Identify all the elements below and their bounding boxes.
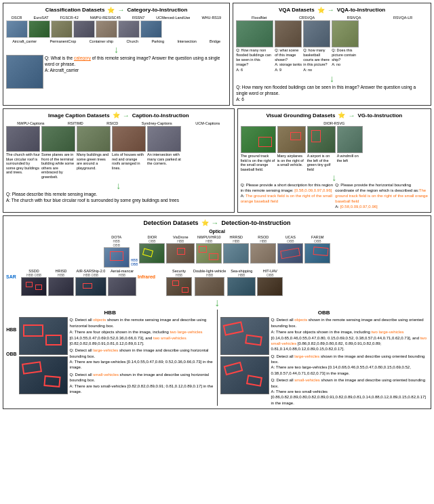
det-thumb-hrrsd bbox=[223, 243, 249, 264]
sar-datasets: SSDD HBB OBB HRISD HBB AIR-SARShip-2.0 H… bbox=[21, 269, 136, 296]
hbb-obb-section: HBB HBB OBB bbox=[6, 310, 428, 406]
infrared-datasets: Security HBB Double-light-vehicle HBB Se… bbox=[166, 269, 283, 296]
obb-q3-highlight: small-vehicles bbox=[294, 378, 320, 382]
det-thumb-visdrone bbox=[166, 243, 195, 264]
cap-thumb-1 bbox=[6, 126, 40, 152]
sub-label-intersection: Intersection bbox=[177, 39, 196, 43]
det-hrisd: HRISD HBB bbox=[48, 269, 74, 296]
caption-bottom-a: A: The church with four blue circular ro… bbox=[6, 198, 179, 203]
vqa-qa-4: Q: Does this picture contain ship? A: no bbox=[332, 48, 359, 68]
det-thumb-hituav bbox=[257, 277, 283, 296]
hbb-q1: Q: Detect all objects shown in the remot… bbox=[70, 317, 214, 329]
hbb-q2: Q: Detect all large-vehicles shown in th… bbox=[70, 348, 214, 359]
obb-q3: Q: Detect all small-vehicles shown in th… bbox=[271, 377, 429, 389]
hbb-labels-col: HBB OBB bbox=[6, 317, 17, 356]
classification-subtitle: Category-to-Instruction bbox=[127, 7, 187, 13]
sub-label-church: Church bbox=[126, 39, 138, 43]
caption-title: Image Caption Datasets bbox=[48, 112, 110, 119]
det-dota: DOTA HBB OBB bbox=[104, 235, 130, 268]
det-thumb-far1m bbox=[304, 243, 330, 264]
cap-label-ucm: UCM-Captions bbox=[195, 121, 220, 125]
obb-big-img-2 bbox=[220, 356, 269, 394]
caption-arrow-down: ↓ bbox=[6, 181, 231, 190]
caption-bottom-q: Q: Please describe this remote sensing i… bbox=[6, 192, 97, 196]
caption-dataset-labels: NWPU-Captions RSITIMD RSICD Syndney-Capt… bbox=[6, 121, 231, 125]
vqa-section: VQA Datasets ⭐ → VQA-to-Instruction Floo… bbox=[233, 3, 431, 106]
obb-q1: Q: Detect all objects shown in the remot… bbox=[271, 317, 429, 329]
vg-item-3: A airport is on the left of the green ti… bbox=[307, 126, 336, 171]
obb-content: Q: Detect all objects shown in the remot… bbox=[220, 317, 429, 406]
vg-thumb-4 bbox=[337, 126, 363, 153]
vqa-label-crsvqa: CRSVQA bbox=[299, 16, 315, 20]
dataset-label-dscr: DSCR bbox=[12, 16, 22, 20]
classification-arrow-down: ↓ bbox=[6, 45, 226, 54]
obb-title: OBB bbox=[220, 310, 429, 316]
cap-caption-3: Many buildings and some green trees are … bbox=[77, 152, 111, 170]
vqa-thumb-3 bbox=[303, 20, 330, 47]
vqa-item-1: Q: How many non flooded buildings can be… bbox=[236, 20, 273, 72]
detection-subtitle: Detection-to-Instruction bbox=[222, 219, 291, 226]
sar-label: SAR bbox=[6, 269, 20, 279]
hbb-a2: A: There are two large-vehicles [0.14,0.… bbox=[70, 359, 214, 371]
top-sections-row: Classification Datasets ⭐ → Category-to-… bbox=[3, 3, 431, 106]
optical-label: Optical bbox=[6, 229, 428, 234]
hbb-a1-h1: two large-vehicles bbox=[170, 330, 203, 334]
classification-result-img bbox=[6, 55, 43, 89]
cap-thumb-5 bbox=[147, 126, 181, 152]
vqa-label-rsvqa: RSIVQA bbox=[347, 16, 361, 20]
sub-label-crop: PermanentCrop bbox=[50, 39, 77, 43]
det-thumb-dior bbox=[139, 243, 165, 264]
thumb-intersection bbox=[118, 20, 140, 38]
obb-a2: A: There are two large-vehicles [0.14,0.… bbox=[271, 364, 429, 376]
detection-arrow-down: ↓ bbox=[6, 297, 428, 308]
hbb-content: HBB OBB bbox=[6, 317, 214, 394]
vqa-q2: Q: what scene of this image shown? bbox=[275, 48, 298, 62]
obb-q1-highlight: objects bbox=[294, 318, 307, 322]
vqa-title: VQA Datasets bbox=[279, 7, 315, 13]
classification-result: Q: What is the category of this remote s… bbox=[6, 55, 226, 89]
thumb-bridge bbox=[140, 20, 162, 38]
detection-header: Detection Datasets ⭐ → Detection-to-Inst… bbox=[6, 219, 428, 227]
hbb-title: HBB bbox=[6, 310, 214, 316]
vqa-q4: Q: Does this picture contain ship? bbox=[332, 48, 356, 62]
cap-item-1: The church with four blue circular roof … bbox=[6, 126, 40, 180]
cap-item-4: Lots of houses with red and orange roofs… bbox=[112, 126, 146, 180]
det-security: Security HBB bbox=[166, 269, 192, 296]
sub-label-parking: Parking bbox=[151, 39, 164, 43]
thumb-container bbox=[51, 20, 73, 38]
det-thumb-rsod bbox=[250, 243, 276, 264]
sub-label-aircraft: Aircraft_carrier bbox=[12, 39, 37, 43]
vg-caption-1: The ground track field is on the right o… bbox=[241, 154, 276, 171]
qa-highlight-category: category bbox=[74, 56, 91, 60]
det-double-light: Double-light-vehicle HBB bbox=[193, 269, 226, 296]
vg-item-2: Many airplanes is on the right of a smal… bbox=[277, 126, 306, 171]
detection-star: ⭐ bbox=[201, 219, 209, 226]
hbb-q1-highlight: objects bbox=[93, 318, 106, 322]
det-thumb-security bbox=[166, 277, 192, 296]
hbb-q3-highlight: small-vehicles bbox=[93, 373, 119, 377]
cap-caption-4: Lots of houses with red and orange roofs… bbox=[112, 152, 146, 170]
vg-title: Visual Grounding Datasets bbox=[266, 112, 335, 119]
vqa-thumb-4 bbox=[332, 20, 359, 47]
hbb-big-img-2 bbox=[19, 356, 68, 394]
vg-section: Visual Grounding Datasets ⭐ → VG-to-Inst… bbox=[237, 108, 431, 213]
det-thumb-seashipping bbox=[227, 277, 256, 296]
vg-star: ⭐ bbox=[338, 112, 345, 119]
main-container: Classification Datasets ⭐ → Category-to-… bbox=[0, 0, 434, 415]
cap-item-5: An intersection with many cars parked at… bbox=[147, 126, 181, 180]
vqa-thumbnails-row: Q: How many non flooded buildings can be… bbox=[236, 20, 428, 72]
vg-a2-prefix: A: bbox=[335, 205, 340, 209]
hbb-q2-highlight: large-vehicles bbox=[93, 348, 118, 352]
hbb-row-label: HBB bbox=[6, 317, 16, 332]
classification-dataset-labels: DSCR EuroSAT FGSCR-42 NWPU-RESISC45 RSSN… bbox=[6, 16, 226, 20]
vqa-a4: A: no bbox=[332, 62, 340, 66]
hbb-obb-divider bbox=[217, 310, 218, 406]
dataset-label-whu: WHU-RS19 bbox=[201, 16, 221, 20]
det-thumb-nwpu bbox=[196, 243, 222, 264]
thumb-parking bbox=[96, 20, 117, 38]
det-thumb-hrisd bbox=[48, 277, 74, 296]
classification-sub-labels: Aircraft_carrier PermanentCrop Container… bbox=[6, 39, 226, 43]
vqa-q3: Q: how many basketball courts are there … bbox=[303, 48, 330, 66]
cap-label-sydney: Syndney-Captions bbox=[142, 121, 172, 125]
cap-item-3: Many buildings and some green trees are … bbox=[77, 126, 111, 180]
